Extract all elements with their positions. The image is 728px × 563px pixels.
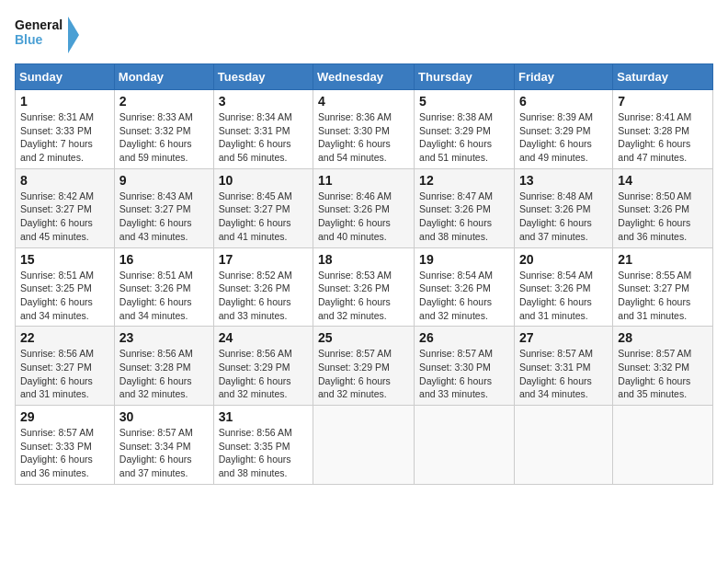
day-info: Sunrise: 8:46 AMSunset: 3:26 PMDaylight:… (318, 190, 392, 242)
calendar-cell: 14 Sunrise: 8:50 AMSunset: 3:26 PMDaylig… (613, 168, 713, 247)
calendar-cell: 28 Sunrise: 8:57 AMSunset: 3:32 PMDaylig… (613, 327, 713, 406)
calendar-cell: 25 Sunrise: 8:57 AMSunset: 3:29 PMDaylig… (313, 327, 415, 406)
day-number: 11 (318, 173, 409, 188)
calendar-cell: 22 Sunrise: 8:56 AMSunset: 3:27 PMDaylig… (16, 327, 115, 406)
calendar-cell: 18 Sunrise: 8:53 AMSunset: 3:26 PMDaylig… (313, 247, 415, 327)
calendar-cell: 19 Sunrise: 8:54 AMSunset: 3:26 PMDaylig… (415, 247, 515, 327)
day-info: Sunrise: 8:54 AMSunset: 3:26 PMDaylight:… (419, 270, 493, 321)
calendar-cell: 21 Sunrise: 8:55 AMSunset: 3:27 PMDaylig… (613, 247, 713, 327)
calendar-cell: 1 Sunrise: 8:31 AMSunset: 3:33 PMDayligh… (16, 90, 115, 169)
day-number: 9 (119, 173, 209, 188)
page-header: General Blue (15, 15, 713, 56)
day-info: Sunrise: 8:56 AMSunset: 3:27 PMDaylight:… (20, 348, 94, 399)
calendar-cell (313, 406, 415, 485)
header-friday: Friday (514, 64, 612, 90)
day-number: 5 (419, 94, 509, 109)
svg-text:General: General (15, 17, 63, 32)
day-info: Sunrise: 8:41 AMSunset: 3:28 PMDaylight:… (618, 111, 691, 163)
logo: General Blue (15, 15, 79, 56)
header-monday: Monday (114, 64, 213, 90)
day-info: Sunrise: 8:33 AMSunset: 3:32 PMDaylight:… (119, 111, 193, 163)
day-info: Sunrise: 8:43 AMSunset: 3:27 PMDaylight:… (119, 190, 193, 242)
day-info: Sunrise: 8:50 AMSunset: 3:26 PMDaylight:… (618, 190, 691, 242)
header-tuesday: Tuesday (213, 64, 313, 90)
day-number: 29 (20, 409, 109, 424)
day-info: Sunrise: 8:52 AMSunset: 3:26 PMDaylight:… (219, 270, 292, 321)
day-number: 15 (20, 252, 109, 267)
day-info: Sunrise: 8:34 AMSunset: 3:31 PMDaylight:… (219, 111, 292, 163)
calendar-cell: 4 Sunrise: 8:36 AMSunset: 3:30 PMDayligh… (313, 90, 415, 169)
calendar-cell: 23 Sunrise: 8:56 AMSunset: 3:28 PMDaylig… (114, 327, 213, 406)
day-info: Sunrise: 8:57 AMSunset: 3:33 PMDaylight:… (20, 427, 94, 478)
calendar-cell: 20 Sunrise: 8:54 AMSunset: 3:26 PMDaylig… (514, 247, 612, 327)
day-number: 3 (219, 94, 308, 109)
calendar-table: SundayMondayTuesdayWednesdayThursdayFrid… (15, 63, 713, 485)
day-number: 25 (318, 330, 409, 345)
header-saturday: Saturday (613, 64, 713, 90)
day-info: Sunrise: 8:54 AMSunset: 3:26 PMDaylight:… (519, 270, 593, 321)
day-number: 24 (219, 330, 308, 345)
calendar-cell (514, 406, 612, 485)
day-info: Sunrise: 8:53 AMSunset: 3:26 PMDaylight:… (318, 270, 392, 321)
header-wednesday: Wednesday (313, 64, 415, 90)
calendar-cell: 6 Sunrise: 8:39 AMSunset: 3:29 PMDayligh… (514, 90, 612, 169)
calendar-cell: 9 Sunrise: 8:43 AMSunset: 3:27 PMDayligh… (114, 168, 213, 247)
day-number: 1 (20, 94, 109, 109)
calendar-cell: 12 Sunrise: 8:47 AMSunset: 3:26 PMDaylig… (415, 168, 515, 247)
day-info: Sunrise: 8:39 AMSunset: 3:29 PMDaylight:… (519, 111, 593, 163)
calendar-cell: 10 Sunrise: 8:45 AMSunset: 3:27 PMDaylig… (213, 168, 313, 247)
calendar-cell: 3 Sunrise: 8:34 AMSunset: 3:31 PMDayligh… (213, 90, 313, 169)
day-number: 26 (419, 330, 509, 345)
day-info: Sunrise: 8:31 AMSunset: 3:33 PMDaylight:… (20, 111, 94, 163)
day-info: Sunrise: 8:56 AMSunset: 3:28 PMDaylight:… (119, 348, 193, 399)
day-number: 10 (219, 173, 308, 188)
day-info: Sunrise: 8:57 AMSunset: 3:34 PMDaylight:… (119, 427, 193, 478)
header-sunday: Sunday (16, 64, 115, 90)
day-number: 22 (20, 330, 109, 345)
calendar-cell: 7 Sunrise: 8:41 AMSunset: 3:28 PMDayligh… (613, 90, 713, 169)
calendar-body: 1 Sunrise: 8:31 AMSunset: 3:33 PMDayligh… (16, 90, 713, 485)
day-number: 8 (20, 173, 109, 188)
header-thursday: Thursday (415, 64, 515, 90)
day-info: Sunrise: 8:42 AMSunset: 3:27 PMDaylight:… (20, 190, 94, 242)
day-number: 17 (219, 252, 308, 267)
calendar-cell: 11 Sunrise: 8:46 AMSunset: 3:26 PMDaylig… (313, 168, 415, 247)
logo-svg: General Blue (15, 15, 79, 56)
calendar-cell: 30 Sunrise: 8:57 AMSunset: 3:34 PMDaylig… (114, 406, 213, 485)
calendar-cell: 26 Sunrise: 8:57 AMSunset: 3:30 PMDaylig… (415, 327, 515, 406)
svg-marker-2 (68, 17, 79, 53)
day-info: Sunrise: 8:47 AMSunset: 3:26 PMDaylight:… (419, 190, 493, 242)
calendar-cell: 27 Sunrise: 8:57 AMSunset: 3:31 PMDaylig… (514, 327, 612, 406)
calendar-cell: 8 Sunrise: 8:42 AMSunset: 3:27 PMDayligh… (16, 168, 115, 247)
day-info: Sunrise: 8:55 AMSunset: 3:27 PMDaylight:… (618, 270, 691, 321)
calendar-cell: 24 Sunrise: 8:56 AMSunset: 3:29 PMDaylig… (213, 327, 313, 406)
svg-text:Blue: Blue (15, 32, 43, 47)
calendar-header: SundayMondayTuesdayWednesdayThursdayFrid… (16, 64, 713, 90)
calendar-week-2: 8 Sunrise: 8:42 AMSunset: 3:27 PMDayligh… (16, 168, 713, 247)
day-number: 4 (318, 94, 409, 109)
day-info: Sunrise: 8:57 AMSunset: 3:29 PMDaylight:… (318, 348, 392, 399)
day-number: 31 (219, 409, 308, 424)
calendar-cell: 15 Sunrise: 8:51 AMSunset: 3:25 PMDaylig… (16, 247, 115, 327)
calendar-week-1: 1 Sunrise: 8:31 AMSunset: 3:33 PMDayligh… (16, 90, 713, 169)
calendar-cell: 5 Sunrise: 8:38 AMSunset: 3:29 PMDayligh… (415, 90, 515, 169)
day-number: 18 (318, 252, 409, 267)
calendar-week-5: 29 Sunrise: 8:57 AMSunset: 3:33 PMDaylig… (16, 406, 713, 485)
day-number: 6 (519, 94, 608, 109)
day-number: 21 (618, 252, 708, 267)
day-info: Sunrise: 8:48 AMSunset: 3:26 PMDaylight:… (519, 190, 593, 242)
day-number: 20 (519, 252, 608, 267)
day-number: 27 (519, 330, 608, 345)
day-info: Sunrise: 8:45 AMSunset: 3:27 PMDaylight:… (219, 190, 292, 242)
day-info: Sunrise: 8:38 AMSunset: 3:29 PMDaylight:… (419, 111, 493, 163)
calendar-cell: 13 Sunrise: 8:48 AMSunset: 3:26 PMDaylig… (514, 168, 612, 247)
day-number: 16 (119, 252, 209, 267)
day-number: 30 (119, 409, 209, 424)
day-number: 12 (419, 173, 509, 188)
day-number: 28 (618, 330, 708, 345)
calendar-cell: 2 Sunrise: 8:33 AMSunset: 3:32 PMDayligh… (114, 90, 213, 169)
calendar-cell: 17 Sunrise: 8:52 AMSunset: 3:26 PMDaylig… (213, 247, 313, 327)
calendar-cell: 31 Sunrise: 8:56 AMSunset: 3:35 PMDaylig… (213, 406, 313, 485)
day-info: Sunrise: 8:51 AMSunset: 3:25 PMDaylight:… (20, 270, 94, 321)
day-info: Sunrise: 8:36 AMSunset: 3:30 PMDaylight:… (318, 111, 392, 163)
